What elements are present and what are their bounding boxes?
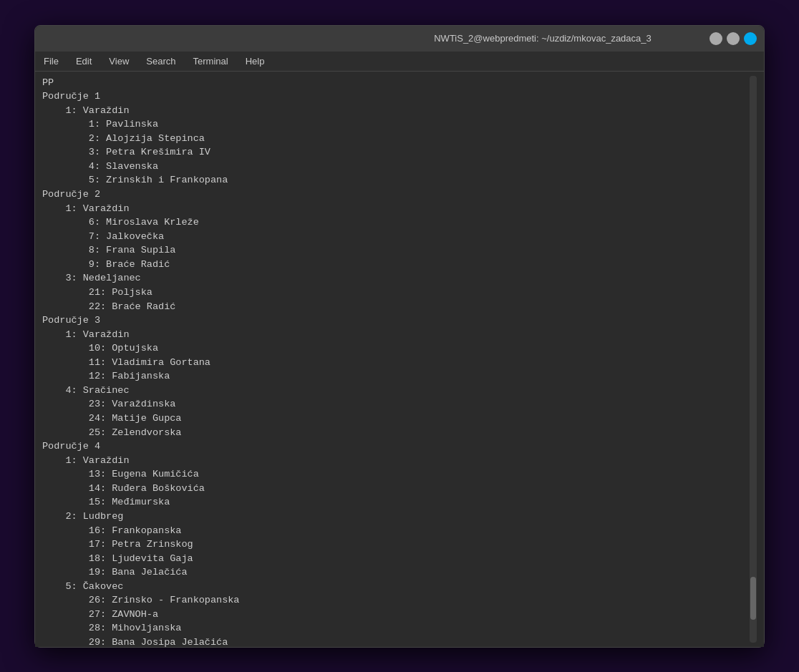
menu-item-terminal[interactable]: Terminal — [190, 54, 231, 68]
menu-bar: FileEditViewSearchTerminalHelp — [35, 52, 764, 72]
scrollbar[interactable] — [750, 76, 757, 643]
minimize-button[interactable]: − — [710, 32, 722, 45]
menu-item-search[interactable]: Search — [143, 54, 178, 68]
menu-item-file[interactable]: File — [41, 54, 62, 68]
terminal-window: NWTiS_2@webpredmeti: ~/uzdiz/mkovac_zada… — [34, 25, 765, 648]
title-bar-controls: − □ ✕ — [710, 32, 757, 45]
close-button[interactable]: ✕ — [744, 32, 757, 45]
title-bar: NWTiS_2@webpredmeti: ~/uzdiz/mkovac_zada… — [35, 26, 764, 52]
menu-item-view[interactable]: View — [106, 54, 132, 68]
terminal-content[interactable]: PP Područje 1 1: Varaždin 1: Pavlinska 2… — [35, 72, 764, 647]
maximize-button[interactable]: □ — [727, 32, 740, 45]
title-bar-title: NWTiS_2@webpredmeti: ~/uzdiz/mkovac_zada… — [376, 33, 710, 44]
menu-item-edit[interactable]: Edit — [73, 54, 95, 68]
scrollbar-thumb[interactable] — [750, 577, 756, 620]
terminal-output: PP Područje 1 1: Varaždin 1: Pavlinska 2… — [42, 76, 750, 643]
menu-item-help[interactable]: Help — [243, 54, 268, 68]
